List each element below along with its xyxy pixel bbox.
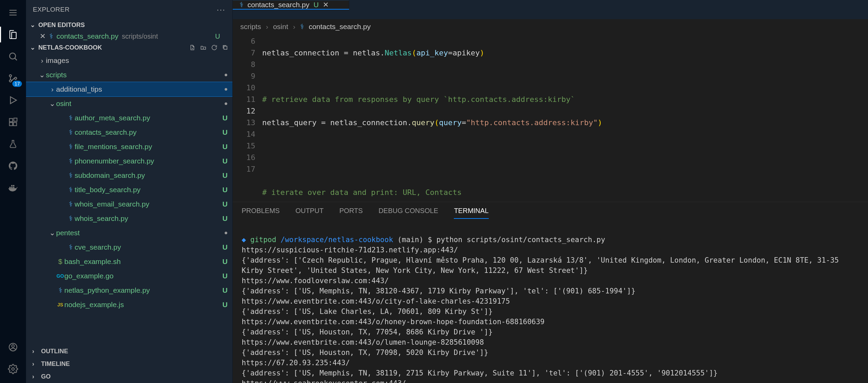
search-icon[interactable] — [0, 47, 26, 66]
file-item[interactable]: ⚕whois_search.pyU — [26, 211, 232, 226]
file-item[interactable]: ⚕subdomain_search.pyU — [26, 168, 232, 183]
python-icon: ⚕ — [66, 143, 75, 151]
beaker-icon[interactable] — [0, 134, 26, 154]
workspace-label: NETLAS-COOKBOOK — [38, 44, 102, 51]
settings-gear-icon[interactable] — [0, 359, 26, 379]
explorer-icon[interactable] — [0, 25, 26, 44]
collapse-all-icon[interactable] — [222, 44, 228, 51]
more-actions-icon[interactable]: ··· — [217, 5, 226, 14]
svg-point-19 — [12, 345, 14, 347]
folder-osint[interactable]: ⌄osint• — [26, 96, 232, 111]
folder-scripts[interactable]: ⌄scripts• — [26, 68, 232, 82]
python-icon: ⚕ — [49, 32, 53, 40]
python-icon: ⚕ — [66, 214, 75, 223]
tab-terminal[interactable]: TERMINAL — [454, 207, 488, 219]
svg-point-20 — [12, 368, 14, 370]
svg-line-4 — [15, 58, 17, 60]
file-item[interactable]: ⚕title_body_search.pyU — [26, 183, 232, 197]
python-icon: ⚕ — [66, 171, 75, 180]
file-tree: ›images ⌄scripts• ›additional_tips• ⌄osi… — [26, 53, 232, 345]
new-folder-icon[interactable] — [200, 44, 206, 51]
folder-images[interactable]: ›images — [26, 53, 232, 68]
go-icon: GO — [56, 273, 64, 279]
python-icon: ⚕ — [66, 128, 75, 136]
file-item[interactable]: ⚕contacts_search.pyU — [26, 125, 232, 140]
open-editors-section[interactable]: ⌄ OPEN EDITORS — [26, 19, 232, 31]
breadcrumb-part[interactable]: scripts — [240, 23, 261, 31]
svg-point-6 — [9, 80, 11, 82]
explorer-sidebar: EXPLORER ··· ⌄ OPEN EDITORS ✕ ⚕ contacts… — [26, 0, 233, 383]
python-icon: ⚕ — [240, 1, 243, 9]
file-item[interactable]: ⚕whois_email_search.pyU — [26, 197, 232, 211]
docker-icon[interactable] — [0, 178, 26, 198]
file-item[interactable]: ⚕file_mentions_search.pyU — [26, 140, 232, 154]
svg-rect-15 — [13, 187, 14, 188]
bottom-panel: PROBLEMS OUTPUT PORTS DEBUG CONSOLE TERM… — [233, 202, 868, 383]
svg-rect-10 — [10, 122, 13, 126]
tab-git-status: U — [314, 1, 319, 9]
open-editor-item[interactable]: ✕ ⚕ contacts_search.py scripts/osint U — [26, 31, 232, 42]
python-icon: ⚕ — [66, 114, 75, 122]
python-icon: ⚕ — [66, 243, 75, 251]
file-item[interactable]: ⚕phonenumber_search.pyU — [26, 154, 232, 168]
tab-ports[interactable]: PORTS — [339, 207, 363, 219]
file-item[interactable]: $bash_example.shU — [26, 254, 232, 269]
file-item[interactable]: JSnodejs_example.jsU — [26, 298, 232, 312]
shell-icon: $ — [56, 257, 64, 266]
open-editors-label: OPEN EDITORS — [38, 22, 85, 29]
svg-point-7 — [14, 77, 16, 79]
extensions-icon[interactable] — [0, 112, 26, 132]
refresh-icon[interactable] — [211, 44, 217, 51]
activity-bar: 17 — [0, 0, 26, 383]
folder-additional-tips[interactable]: ›additional_tips• — [26, 82, 232, 96]
svg-rect-25 — [224, 46, 227, 49]
js-icon: JS — [56, 302, 64, 307]
go-section[interactable]: ›GO — [26, 370, 232, 383]
menu-icon[interactable] — [0, 3, 26, 23]
new-file-icon[interactable] — [189, 44, 195, 51]
breadcrumb-part[interactable]: contacts_search.py — [309, 23, 371, 31]
accounts-icon[interactable] — [0, 337, 26, 357]
python-icon: ⚕ — [66, 186, 75, 194]
tab-problems[interactable]: PROBLEMS — [242, 207, 280, 219]
run-debug-icon[interactable] — [0, 90, 26, 110]
close-tab-icon[interactable]: ✕ — [323, 1, 329, 9]
svg-point-3 — [10, 53, 16, 59]
tab-bar: ⚕ contacts_search.py U ✕ — [233, 0, 868, 19]
svg-rect-14 — [11, 187, 13, 188]
file-item[interactable]: ⚕cve_search.pyU — [26, 240, 232, 254]
breadcrumb[interactable]: scripts › osint › ⚕ contacts_search.py — [233, 19, 868, 34]
scm-badge: 17 — [12, 81, 22, 87]
code-editor[interactable]: 6 7 8 9 10 11 12 13 14 15 16 17 netlas_c… — [233, 34, 868, 202]
svg-rect-13 — [9, 187, 11, 188]
python-icon: ⚕ — [300, 23, 304, 31]
outline-section[interactable]: ›OUTLINE — [26, 345, 232, 358]
tab-debug-console[interactable]: DEBUG CONSOLE — [379, 207, 438, 219]
tab-output[interactable]: OUTPUT — [295, 207, 323, 219]
svg-point-5 — [9, 75, 11, 77]
editor-group: ⚕ contacts_search.py U ✕ scripts › osint… — [233, 0, 868, 383]
git-status: U — [215, 32, 226, 40]
editor-tab[interactable]: ⚕ contacts_search.py U ✕ — [233, 0, 349, 9]
python-icon: ⚕ — [56, 286, 64, 294]
file-item[interactable]: GOgo_example.goU — [26, 269, 232, 283]
workspace-section[interactable]: ⌄ NETLAS-COOKBOOK — [26, 42, 232, 53]
source-control-icon[interactable]: 17 — [0, 68, 26, 88]
svg-rect-16 — [11, 185, 13, 186]
file-item[interactable]: ⚕netlas_python_example.pyU — [26, 283, 232, 298]
python-icon: ⚕ — [66, 157, 75, 165]
github-icon[interactable] — [0, 156, 26, 176]
close-icon[interactable]: ✕ — [40, 32, 46, 40]
code-content[interactable]: netlas_connection = netlas.Netlas(api_ke… — [262, 34, 868, 202]
folder-pentest[interactable]: ⌄pentest• — [26, 226, 232, 240]
svg-rect-11 — [13, 122, 16, 126]
file-item[interactable]: ⚕author_meta_search.pyU — [26, 111, 232, 125]
panel-tab-bar: PROBLEMS OUTPUT PORTS DEBUG CONSOLE TERM… — [233, 202, 868, 219]
open-editor-path: scripts/osint — [122, 32, 158, 40]
terminal-output[interactable]: ◆ gitpod /workspace/netlas-cookbook (mai… — [233, 219, 868, 383]
breadcrumb-part[interactable]: osint — [273, 23, 288, 31]
svg-rect-17 — [13, 185, 14, 186]
svg-rect-12 — [14, 118, 17, 121]
open-editor-filename: contacts_search.py — [56, 32, 118, 40]
timeline-section[interactable]: ›TIMELINE — [26, 358, 232, 370]
